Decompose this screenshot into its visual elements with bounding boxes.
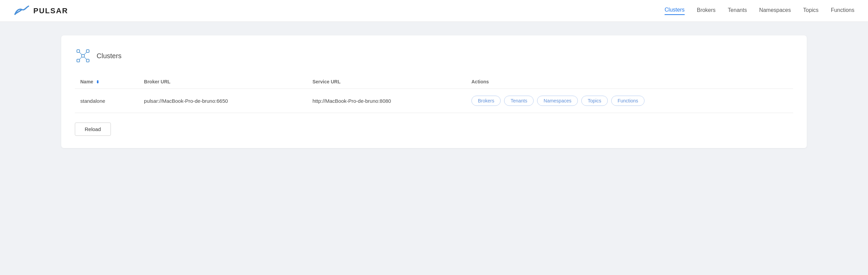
nav-item-namespaces[interactable]: Namespaces [759, 7, 791, 15]
action-functions-button[interactable]: Functions [611, 96, 645, 106]
col-actions: Actions [466, 75, 793, 89]
svg-rect-1 [77, 50, 80, 52]
col-actions-label: Actions [471, 79, 489, 84]
service-url-value: http://MacBook-Pro-de-bruno:8080 [313, 98, 391, 104]
col-name-label: Name [80, 79, 93, 84]
nav-item-functions[interactable]: Functions [831, 7, 854, 15]
svg-rect-4 [86, 59, 89, 62]
svg-line-7 [80, 57, 82, 59]
svg-line-6 [84, 52, 86, 54]
col-service-url: Service URL [307, 75, 466, 89]
actions-buttons: Brokers Tenants Namespaces Topics Functi… [471, 96, 788, 106]
col-service-url-label: Service URL [313, 79, 340, 84]
cell-name: standalone [75, 89, 138, 113]
broker-url-value: pulsar://MacBook-Pro-de-bruno:6650 [144, 98, 228, 104]
logo-text: PULSAR [33, 6, 68, 15]
cell-service-url: http://MacBook-Pro-de-bruno:8080 [307, 89, 466, 113]
main-nav: Clusters Brokers Tenants Namespaces Topi… [665, 7, 854, 15]
svg-line-8 [84, 57, 86, 59]
svg-rect-3 [77, 59, 80, 62]
header: PULSAR Clusters Brokers Tenants Namespac… [0, 0, 868, 22]
nav-item-brokers[interactable]: Brokers [697, 7, 716, 15]
col-broker-url-label: Broker URL [144, 79, 170, 84]
pulsar-logo-icon [14, 5, 30, 17]
table-head: Name ⬍ Broker URL Service URL Actions [75, 75, 793, 89]
nav-item-topics[interactable]: Topics [803, 7, 818, 15]
clusters-table: Name ⬍ Broker URL Service URL Actions [75, 75, 793, 113]
svg-rect-2 [86, 50, 89, 52]
main-content: Clusters Name ⬍ Broker URL Service URL [0, 22, 868, 162]
clusters-icon [75, 48, 91, 64]
action-topics-button[interactable]: Topics [581, 96, 608, 106]
clusters-card: Clusters Name ⬍ Broker URL Service URL [61, 35, 807, 148]
table-header-row: Name ⬍ Broker URL Service URL Actions [75, 75, 793, 89]
table-body: standalone pulsar://MacBook-Pro-de-bruno… [75, 89, 793, 113]
cluster-name: standalone [80, 98, 105, 104]
col-broker-url: Broker URL [138, 75, 307, 89]
action-namespaces-button[interactable]: Namespaces [537, 96, 578, 106]
svg-rect-0 [82, 54, 84, 57]
sort-icon: ⬍ [96, 80, 99, 84]
cell-broker-url: pulsar://MacBook-Pro-de-bruno:6650 [138, 89, 307, 113]
reload-button[interactable]: Reload [75, 123, 111, 136]
nav-item-tenants[interactable]: Tenants [728, 7, 747, 15]
logo: PULSAR [14, 5, 68, 17]
action-brokers-button[interactable]: Brokers [471, 96, 501, 106]
nav-item-clusters[interactable]: Clusters [665, 7, 685, 15]
card-title: Clusters [97, 52, 121, 60]
cluster-svg-icon [76, 48, 90, 63]
card-header: Clusters [75, 48, 793, 64]
table-row: standalone pulsar://MacBook-Pro-de-bruno… [75, 89, 793, 113]
action-tenants-button[interactable]: Tenants [504, 96, 534, 106]
svg-line-5 [80, 52, 82, 54]
cell-actions: Brokers Tenants Namespaces Topics Functi… [466, 89, 793, 113]
col-name[interactable]: Name ⬍ [75, 75, 138, 89]
